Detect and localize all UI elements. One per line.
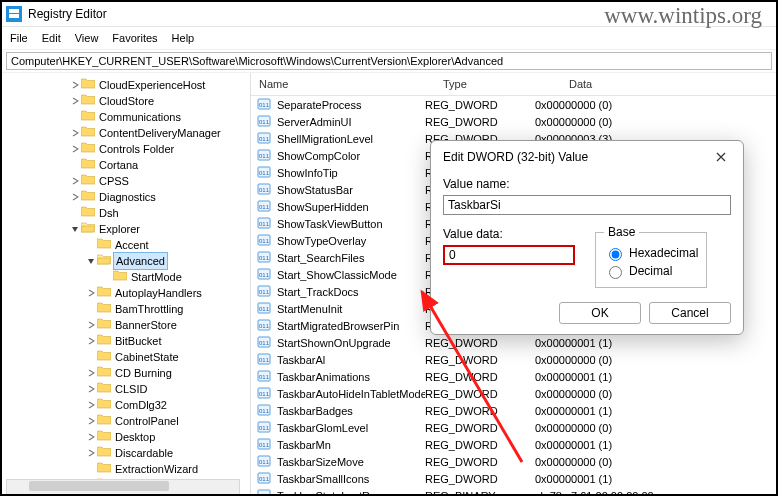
value-row[interactable]: 011TaskbarAlREG_DWORD0x00000000 (0) (251, 351, 776, 368)
chevron-right-icon[interactable] (86, 432, 96, 442)
tree-item-label: Advanced (113, 252, 168, 270)
tree-item-autoplayhandlers[interactable]: AutoplayHandlers (86, 285, 250, 301)
chevron-right-icon[interactable] (70, 80, 80, 90)
tree-item-accent[interactable]: Accent (86, 237, 250, 253)
tree-item-contentdeliverymanager[interactable]: ContentDeliveryManager (70, 125, 250, 141)
value-row[interactable]: 011TaskbarSizeMoveREG_DWORD0x00000000 (0… (251, 453, 776, 470)
chevron-right-icon[interactable] (70, 128, 80, 138)
value-row[interactable]: 011ServerAdminUIREG_DWORD0x00000000 (0) (251, 113, 776, 130)
svg-text:011: 011 (259, 187, 270, 193)
tree-item-comdlg32[interactable]: ComDlg32 (86, 397, 250, 413)
menu-favorites[interactable]: Favorites (112, 32, 157, 44)
folder-icon (81, 77, 99, 93)
value-row[interactable]: 011StartShownOnUpgradeREG_DWORD0x0000000… (251, 334, 776, 351)
value-row[interactable]: 011TaskbarSmallIconsREG_DWORD0x00000001 … (251, 470, 776, 487)
menu-file[interactable]: File (10, 32, 28, 44)
radio-dec-input[interactable] (609, 266, 622, 279)
tree-item-cloudexperiencehost[interactable]: CloudExperienceHost (70, 77, 250, 93)
value-row[interactable]: 011TaskbarMnREG_DWORD0x00000001 (1) (251, 436, 776, 453)
radio-decimal[interactable]: Decimal (604, 263, 698, 279)
tree-item-cortana[interactable]: Cortana (70, 157, 250, 173)
tree-item-label: ControlPanel (115, 413, 179, 429)
tree-item-communications[interactable]: Communications (70, 109, 250, 125)
tree-item-explorer[interactable]: Explorer (70, 221, 250, 237)
column-name[interactable]: Name (251, 78, 435, 90)
tree-item-dsh[interactable]: Dsh (70, 205, 250, 221)
value-icon: 011 (257, 318, 273, 334)
tree-item-clsid[interactable]: CLSID (86, 381, 250, 397)
ok-button[interactable]: OK (559, 302, 641, 324)
tree-item-label: Dsh (99, 205, 119, 221)
chevron-right-icon[interactable] (70, 144, 80, 154)
value-row[interactable]: 011TaskbarGlomLevelREG_DWORD0x00000000 (… (251, 419, 776, 436)
tree-item-controls-folder[interactable]: Controls Folder (70, 141, 250, 157)
value-row[interactable]: 011TaskbarAnimationsREG_DWORD0x00000001 … (251, 368, 776, 385)
registry-tree[interactable]: CloudExperienceHostCloudStoreCommunicati… (2, 73, 251, 496)
column-data[interactable]: Data (561, 78, 776, 90)
cancel-button[interactable]: Cancel (649, 302, 731, 324)
value-row[interactable]: 011TaskbarBadgesREG_DWORD0x00000001 (1) (251, 402, 776, 419)
menu-edit[interactable]: Edit (42, 32, 61, 44)
tree-item-startmode[interactable]: StartMode (102, 269, 250, 285)
chevron-right-icon[interactable] (86, 320, 96, 330)
tree-item-label: CLSID (115, 381, 147, 397)
tree-item-cd-burning[interactable]: CD Burning (86, 365, 250, 381)
dialog-close-button[interactable] (709, 147, 733, 167)
chevron-right-icon[interactable] (86, 416, 96, 426)
chevron-down-icon[interactable] (86, 256, 96, 266)
menubar: File Edit View Favorites Help (2, 27, 776, 50)
tree-item-bitbucket[interactable]: BitBucket (86, 333, 250, 349)
chevron-right-icon[interactable] (70, 96, 80, 106)
svg-text:011: 011 (259, 357, 270, 363)
chevron-right-icon[interactable] (70, 176, 80, 186)
value-name: StartMigratedBrowserPin (277, 320, 425, 332)
tree-item-label: Communications (99, 109, 181, 125)
menu-view[interactable]: View (75, 32, 99, 44)
tree-item-controlpanel[interactable]: ControlPanel (86, 413, 250, 429)
chevron-right-icon[interactable] (86, 400, 96, 410)
chevron-right-icon[interactable] (70, 192, 80, 202)
tree-item-bannerstore[interactable]: BannerStore (86, 317, 250, 333)
tree-twisty-empty (86, 304, 96, 314)
tree-item-cabinetstate[interactable]: CabinetState (86, 349, 250, 365)
menu-help[interactable]: Help (172, 32, 195, 44)
radio-hex-input[interactable] (609, 248, 622, 261)
tree-item-cloudstore[interactable]: CloudStore (70, 93, 250, 109)
value-type: REG_DWORD (425, 337, 535, 349)
value-icon: 011 (257, 369, 273, 385)
tree-item-bamthrottling[interactable]: BamThrottling (86, 301, 250, 317)
value-row[interactable]: 011SeparateProcessREG_DWORD0x00000000 (0… (251, 96, 776, 113)
value-name-field[interactable] (443, 195, 731, 215)
value-row[interactable]: 011TaskbarAutoHideInTabletModeREG_DWORD0… (251, 385, 776, 402)
column-type[interactable]: Type (435, 78, 561, 90)
tree-twisty-empty (70, 160, 80, 170)
value-icon: 011 (257, 250, 273, 266)
radio-hexadecimal[interactable]: Hexadecimal (604, 245, 698, 261)
tree-item-label: ExtractionWizard (115, 461, 198, 477)
tree-item-cpss[interactable]: CPSS (70, 173, 250, 189)
chevron-right-icon[interactable] (86, 448, 96, 458)
value-row[interactable]: 011TaskbarStateLastRunREG_BINARYcb 78 a7… (251, 487, 776, 496)
tree-item-label: StartMode (131, 269, 182, 285)
tree-item-advanced[interactable]: Advanced (86, 253, 250, 269)
tree-item-label: BannerStore (115, 317, 177, 333)
value-type: REG_BINARY (425, 490, 535, 497)
scrollbar-thumb[interactable] (29, 481, 169, 491)
chevron-right-icon[interactable] (86, 288, 96, 298)
address-input[interactable] (6, 52, 772, 70)
chevron-right-icon[interactable] (86, 336, 96, 346)
value-name: ShellMigrationLevel (277, 133, 425, 145)
chevron-right-icon[interactable] (86, 368, 96, 378)
value-data-field[interactable] (443, 245, 575, 265)
tree-item-label: AutoplayHandlers (115, 285, 202, 301)
chevron-right-icon[interactable] (86, 384, 96, 394)
tree-horizontal-scrollbar[interactable] (6, 479, 240, 495)
tree-item-extractionwizard[interactable]: ExtractionWizard (86, 461, 250, 477)
tree-item-label: CPSS (99, 173, 129, 189)
value-type: REG_DWORD (425, 371, 535, 383)
chevron-down-icon[interactable] (70, 224, 80, 234)
tree-item-discardable[interactable]: Discardable (86, 445, 250, 461)
column-headers[interactable]: Name Type Data (251, 73, 776, 96)
tree-item-desktop[interactable]: Desktop (86, 429, 250, 445)
tree-item-diagnostics[interactable]: Diagnostics (70, 189, 250, 205)
